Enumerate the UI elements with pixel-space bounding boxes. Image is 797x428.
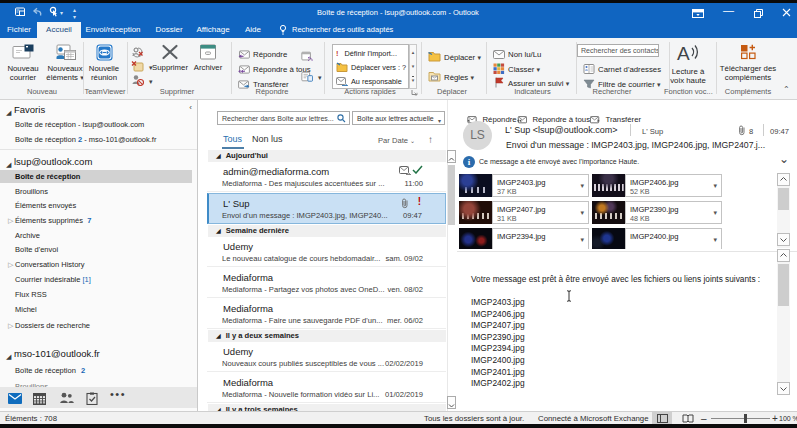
svg-text:A: A [677,43,690,63]
